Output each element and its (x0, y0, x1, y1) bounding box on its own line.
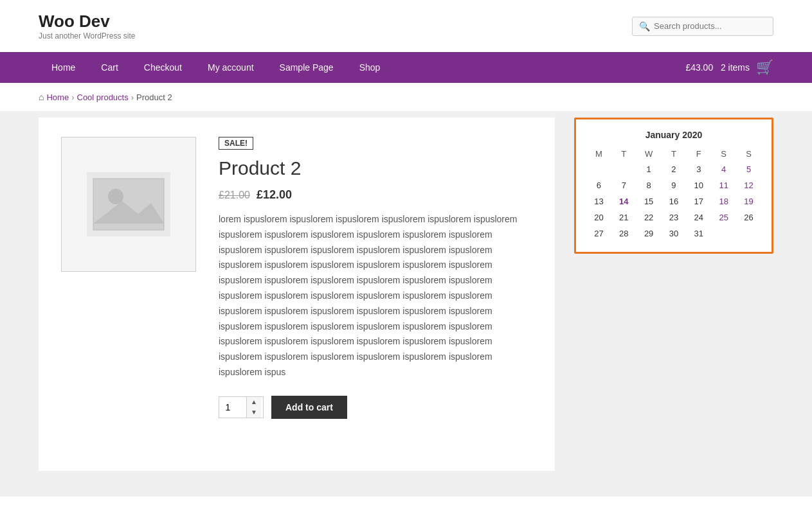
calendar-day[interactable]: 31 (686, 225, 711, 242)
calendar-day[interactable]: 23 (662, 209, 687, 225)
site-logo: Woo Dev Just another WordPress site (39, 12, 136, 40)
calendar-day (611, 161, 636, 177)
calendar-day[interactable]: 15 (636, 193, 662, 209)
calendar-day[interactable]: 22 (636, 209, 662, 225)
quantity-input[interactable]: 1 (219, 398, 246, 416)
sale-price: £12.00 (257, 188, 292, 202)
nav-link-myaccount[interactable]: My account (195, 52, 267, 83)
breadcrumb-sep-1: › (71, 93, 74, 102)
calendar-day-link[interactable]: 4 (721, 164, 726, 174)
cart-price: £43.00 (685, 62, 713, 73)
calendar-day[interactable]: 26 (736, 209, 761, 225)
nav-link-shop[interactable]: Shop (347, 52, 393, 83)
calendar-header-row: M T W T F S S (586, 146, 761, 161)
search-input[interactable] (654, 21, 766, 31)
logo-tagline: Just another WordPress site (39, 31, 136, 40)
cal-header-s2: S (736, 146, 761, 161)
nav-link-samplepage[interactable]: Sample Page (267, 52, 347, 83)
calendar-day[interactable]: 21 (611, 209, 636, 225)
calendar-table: M T W T F S S 12345678910111213141516171… (586, 146, 761, 242)
quantity-input-wrap[interactable]: 1 ▲ ▼ (219, 396, 264, 418)
nav-link-cart[interactable]: Cart (88, 52, 131, 83)
calendar-day (586, 161, 611, 177)
calendar-body: 1234567891011121314151617181920212223242… (586, 161, 761, 242)
nav-item-shop[interactable]: Shop (347, 52, 393, 83)
calendar-day[interactable]: 6 (586, 177, 611, 193)
calendar-day[interactable]: 18 (711, 193, 736, 209)
product-image-placeholder (61, 137, 196, 272)
calendar-day[interactable]: 8 (636, 177, 662, 193)
calendar-day-link[interactable]: 18 (719, 197, 728, 206)
calendar-day[interactable]: 2 (662, 161, 687, 177)
calendar-day-link[interactable]: 5 (746, 164, 751, 174)
calendar-day[interactable]: 30 (662, 225, 687, 242)
sale-badge: SALE! (219, 137, 253, 150)
calendar-day-link[interactable]: 25 (719, 213, 728, 222)
calendar-day[interactable]: 9 (662, 177, 687, 193)
nav-item-cart[interactable]: Cart (88, 52, 131, 83)
nav-link-home[interactable]: Home (39, 52, 88, 83)
calendar-day[interactable]: 27 (586, 225, 611, 242)
calendar-week-row: 20212223242526 (586, 209, 761, 225)
search-icon: 🔍 (639, 21, 650, 31)
calendar-title: January 2020 (586, 130, 761, 140)
cart-icon[interactable]: 🛒 (756, 59, 773, 76)
cal-header-t2: T (662, 146, 687, 161)
calendar-week-row: 13141516171819 (586, 193, 761, 209)
nav-item-home[interactable]: Home (39, 52, 88, 83)
cal-header-f: F (686, 146, 711, 161)
nav-link-checkout[interactable]: Checkout (131, 52, 195, 83)
cal-header-m: M (586, 146, 611, 161)
site-header: Woo Dev Just another WordPress site 🔍 (0, 0, 812, 52)
qty-decrement[interactable]: ▼ (247, 407, 261, 418)
nav-item-myaccount[interactable]: My account (195, 52, 267, 83)
sidebar: January 2020 M T W T F S S 1234567891011… (574, 118, 773, 471)
nav-item-samplepage[interactable]: Sample Page (267, 52, 347, 83)
calendar-day[interactable]: 19 (736, 193, 761, 209)
calendar-day-link[interactable]: 19 (744, 197, 753, 206)
calendar-widget: January 2020 M T W T F S S 1234567891011… (574, 118, 773, 254)
product-image-wrap (58, 137, 199, 419)
product-description: lorem ispuslorem ispuslorem ispuslorem i… (219, 212, 536, 380)
product-price: £21.00 £12.00 (219, 188, 536, 202)
main-content: SALE! Product 2 £21.00 £12.00 lorem ispu… (0, 111, 812, 497)
calendar-day[interactable]: 16 (662, 193, 687, 209)
nav-item-checkout[interactable]: Checkout (131, 52, 195, 83)
calendar-day-link[interactable]: 11 (719, 181, 728, 190)
calendar-week-row: 6789101112 (586, 177, 761, 193)
search-bar[interactable]: 🔍 (632, 17, 773, 36)
calendar-day (736, 225, 761, 242)
calendar-day[interactable]: 20 (586, 209, 611, 225)
calendar-day-link[interactable]: 14 (619, 197, 628, 206)
qty-increment[interactable]: ▲ (247, 397, 261, 407)
add-to-cart-row: 1 ▲ ▼ Add to cart (219, 396, 536, 419)
calendar-day[interactable]: 25 (711, 209, 736, 225)
calendar-day[interactable]: 17 (686, 193, 711, 209)
calendar-day[interactable]: 4 (711, 161, 736, 177)
breadcrumb-sep-2: › (131, 93, 134, 102)
cart-area: £43.00 2 items 🛒 (685, 59, 773, 76)
calendar-day[interactable]: 3 (686, 161, 711, 177)
site-nav: Home Cart Checkout My account Sample Pag… (0, 52, 812, 83)
calendar-day[interactable]: 13 (586, 193, 611, 209)
calendar-day[interactable]: 11 (711, 177, 736, 193)
breadcrumb-current: Product 2 (136, 93, 172, 102)
breadcrumb-home[interactable]: Home (46, 93, 69, 102)
calendar-day[interactable]: 28 (611, 225, 636, 242)
calendar-day[interactable]: 1 (636, 161, 662, 177)
add-to-cart-button[interactable]: Add to cart (271, 396, 347, 419)
calendar-day[interactable]: 14 (611, 193, 636, 209)
breadcrumb: ⌂ Home › Cool products › Product 2 (0, 83, 812, 111)
home-icon: ⌂ (39, 92, 44, 102)
calendar-day-link[interactable]: 12 (744, 181, 753, 190)
product-inner: SALE! Product 2 £21.00 £12.00 lorem ispu… (58, 137, 536, 419)
calendar-day[interactable]: 10 (686, 177, 711, 193)
cal-header-s1: S (711, 146, 736, 161)
calendar-week-row: 2728293031 (586, 225, 761, 242)
calendar-day[interactable]: 5 (736, 161, 761, 177)
calendar-day[interactable]: 29 (636, 225, 662, 242)
breadcrumb-category[interactable]: Cool products (77, 93, 129, 102)
calendar-day[interactable]: 12 (736, 177, 761, 193)
calendar-day[interactable]: 24 (686, 209, 711, 225)
calendar-day[interactable]: 7 (611, 177, 636, 193)
